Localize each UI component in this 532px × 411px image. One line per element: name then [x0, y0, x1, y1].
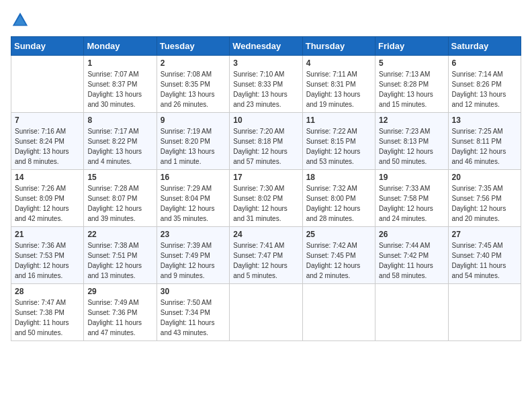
- day-info: Sunrise: 7:41 AMSunset: 7:47 PMDaylight:…: [233, 240, 298, 281]
- sunset-text: Sunset: 8:02 PM: [233, 195, 283, 202]
- day-info: Sunrise: 7:20 AMSunset: 8:18 PMDaylight:…: [233, 126, 298, 167]
- sunrise-text: Sunrise: 7:26 AM: [15, 185, 66, 192]
- day-number: 23: [161, 230, 226, 239]
- day-number: 15: [87, 173, 152, 182]
- sunrise-text: Sunrise: 7:22 AM: [306, 128, 357, 135]
- daylight-text: Daylight: 11 hours and 54 minutes.: [452, 262, 506, 279]
- calendar-cell: 28Sunrise: 7:47 AMSunset: 7:38 PMDayligh…: [11, 284, 84, 341]
- calendar-cell: 7Sunrise: 7:16 AMSunset: 8:24 PMDaylight…: [11, 113, 84, 170]
- sunset-text: Sunset: 8:22 PM: [87, 138, 137, 145]
- daylight-text: Daylight: 12 hours and 5 minutes.: [233, 262, 287, 279]
- daylight-text: Daylight: 12 hours and 50 minutes.: [379, 148, 433, 165]
- sunset-text: Sunset: 8:11 PM: [452, 138, 502, 145]
- calendar-week-5: 28Sunrise: 7:47 AMSunset: 7:38 PMDayligh…: [11, 284, 521, 341]
- day-info: Sunrise: 7:26 AMSunset: 8:09 PMDaylight:…: [15, 183, 80, 224]
- day-number: 3: [233, 58, 298, 68]
- sunset-text: Sunset: 8:26 PM: [452, 81, 502, 88]
- day-number: 18: [306, 173, 371, 182]
- daylight-text: Daylight: 12 hours and 53 minutes.: [306, 148, 361, 165]
- daylight-text: Daylight: 12 hours and 9 minutes.: [161, 262, 215, 279]
- calendar-cell: 5Sunrise: 7:13 AMSunset: 8:28 PMDaylight…: [375, 56, 448, 113]
- sunset-text: Sunset: 7:58 PM: [379, 195, 429, 202]
- day-info: Sunrise: 7:14 AMSunset: 8:26 PMDaylight:…: [452, 69, 517, 109]
- day-info: Sunrise: 7:35 AMSunset: 7:56 PMDaylight:…: [452, 183, 517, 224]
- sunset-text: Sunset: 7:36 PM: [87, 309, 137, 316]
- header-sunday: Sunday: [11, 37, 84, 56]
- daylight-text: Daylight: 12 hours and 42 minutes.: [15, 205, 69, 222]
- day-info: Sunrise: 7:22 AMSunset: 8:15 PMDaylight:…: [306, 126, 371, 167]
- day-number: 21: [15, 230, 80, 239]
- sunrise-text: Sunrise: 7:19 AM: [161, 128, 212, 135]
- calendar-cell: 8Sunrise: 7:17 AMSunset: 8:22 PMDaylight…: [84, 113, 157, 170]
- calendar-cell: 29Sunrise: 7:49 AMSunset: 7:36 PMDayligh…: [84, 284, 157, 341]
- calendar-cell: 11Sunrise: 7:22 AMSunset: 8:15 PMDayligh…: [302, 113, 375, 170]
- daylight-text: Daylight: 13 hours and 23 minutes.: [233, 91, 287, 108]
- day-info: Sunrise: 7:47 AMSunset: 7:38 PMDaylight:…: [15, 298, 80, 338]
- sunset-text: Sunset: 8:07 PM: [87, 195, 137, 202]
- day-number: 11: [306, 116, 371, 125]
- day-number: 24: [233, 230, 298, 239]
- daylight-text: Daylight: 13 hours and 8 minutes.: [15, 148, 69, 165]
- daylight-text: Daylight: 11 hours and 43 minutes.: [161, 319, 215, 336]
- day-number: 13: [452, 116, 517, 125]
- daylight-text: Daylight: 12 hours and 57 minutes.: [233, 148, 287, 165]
- calendar-cell: 3Sunrise: 7:10 AMSunset: 8:33 PMDaylight…: [230, 56, 302, 113]
- daylight-text: Daylight: 12 hours and 24 minutes.: [379, 205, 433, 222]
- day-number: 19: [379, 173, 444, 182]
- calendar-week-3: 14Sunrise: 7:26 AMSunset: 8:09 PMDayligh…: [11, 170, 521, 227]
- page-header: [11, 11, 521, 30]
- calendar-cell: 10Sunrise: 7:20 AMSunset: 8:18 PMDayligh…: [230, 113, 302, 170]
- day-number: 8: [87, 116, 152, 125]
- day-info: Sunrise: 7:38 AMSunset: 7:51 PMDaylight:…: [87, 240, 152, 281]
- sunset-text: Sunset: 8:28 PM: [379, 81, 429, 88]
- daylight-text: Daylight: 11 hours and 50 minutes.: [15, 319, 69, 336]
- sunrise-text: Sunrise: 7:44 AM: [379, 242, 430, 249]
- sunset-text: Sunset: 7:38 PM: [15, 309, 64, 316]
- daylight-text: Daylight: 12 hours and 39 minutes.: [87, 205, 142, 222]
- calendar-cell: 2Sunrise: 7:08 AMSunset: 8:35 PMDaylight…: [157, 56, 229, 113]
- sunrise-text: Sunrise: 7:33 AM: [379, 185, 430, 192]
- sunset-text: Sunset: 7:56 PM: [452, 195, 502, 202]
- day-info: Sunrise: 7:42 AMSunset: 7:45 PMDaylight:…: [306, 240, 371, 281]
- day-info: Sunrise: 7:36 AMSunset: 7:53 PMDaylight:…: [15, 240, 80, 281]
- day-number: 1: [87, 58, 152, 68]
- daylight-text: Daylight: 12 hours and 28 minutes.: [306, 205, 361, 222]
- daylight-text: Daylight: 12 hours and 13 minutes.: [87, 262, 142, 279]
- header-tuesday: Tuesday: [157, 37, 229, 56]
- sunrise-text: Sunrise: 7:36 AM: [15, 242, 66, 249]
- sunset-text: Sunset: 8:04 PM: [161, 195, 210, 202]
- sunset-text: Sunset: 8:37 PM: [87, 81, 137, 88]
- sunrise-text: Sunrise: 7:38 AM: [87, 242, 138, 249]
- calendar-cell: [448, 284, 521, 341]
- sunrise-text: Sunrise: 7:29 AM: [161, 185, 212, 192]
- daylight-text: Daylight: 13 hours and 30 minutes.: [87, 91, 142, 108]
- sunset-text: Sunset: 8:20 PM: [161, 138, 210, 145]
- sunrise-text: Sunrise: 7:28 AM: [87, 185, 138, 192]
- day-number: 20: [452, 173, 517, 182]
- calendar-cell: 9Sunrise: 7:19 AMSunset: 8:20 PMDaylight…: [157, 113, 229, 170]
- day-number: 9: [161, 116, 226, 125]
- calendar-cell: 26Sunrise: 7:44 AMSunset: 7:42 PMDayligh…: [375, 227, 448, 284]
- sunset-text: Sunset: 7:34 PM: [161, 309, 210, 316]
- day-info: Sunrise: 7:28 AMSunset: 8:07 PMDaylight:…: [87, 183, 152, 224]
- daylight-text: Daylight: 11 hours and 47 minutes.: [87, 319, 142, 336]
- day-info: Sunrise: 7:29 AMSunset: 8:04 PMDaylight:…: [161, 183, 226, 224]
- calendar-cell: 20Sunrise: 7:35 AMSunset: 7:56 PMDayligh…: [448, 170, 521, 227]
- calendar-cell: 15Sunrise: 7:28 AMSunset: 8:07 PMDayligh…: [84, 170, 157, 227]
- calendar-cell: 19Sunrise: 7:33 AMSunset: 7:58 PMDayligh…: [375, 170, 448, 227]
- calendar-cell: 1Sunrise: 7:07 AMSunset: 8:37 PMDaylight…: [84, 56, 157, 113]
- sunrise-text: Sunrise: 7:32 AM: [306, 185, 357, 192]
- calendar-cell: 30Sunrise: 7:50 AMSunset: 7:34 PMDayligh…: [157, 284, 229, 341]
- sunrise-text: Sunrise: 7:10 AM: [233, 71, 284, 78]
- calendar-cell: 21Sunrise: 7:36 AMSunset: 7:53 PMDayligh…: [11, 227, 84, 284]
- sunrise-text: Sunrise: 7:25 AM: [452, 128, 503, 135]
- calendar-cell: 27Sunrise: 7:45 AMSunset: 7:40 PMDayligh…: [448, 227, 521, 284]
- calendar-cell: 13Sunrise: 7:25 AMSunset: 8:11 PMDayligh…: [448, 113, 521, 170]
- daylight-text: Daylight: 13 hours and 1 minute.: [161, 148, 215, 165]
- day-number: 16: [161, 173, 226, 182]
- day-info: Sunrise: 7:49 AMSunset: 7:36 PMDaylight:…: [87, 298, 152, 338]
- sunset-text: Sunset: 7:45 PM: [306, 252, 356, 259]
- day-info: Sunrise: 7:13 AMSunset: 8:28 PMDaylight:…: [379, 69, 444, 109]
- calendar-cell: [230, 284, 302, 341]
- calendar-cell: 4Sunrise: 7:11 AMSunset: 8:31 PMDaylight…: [302, 56, 375, 113]
